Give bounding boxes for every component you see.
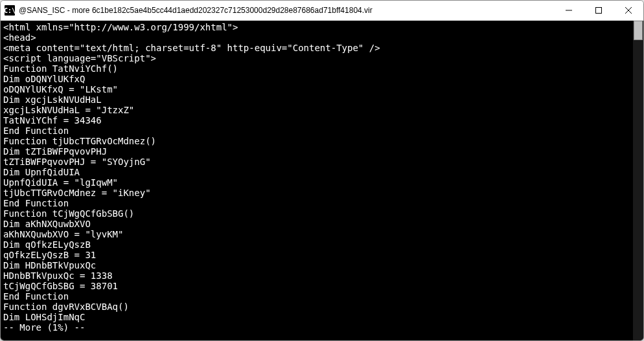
- window-controls: [554, 1, 643, 20]
- terminal-line: Function dgvRVxBCVBAq(): [3, 302, 630, 312]
- window-frame: C:\ @SANS_ISC - more 6c1be182c5ae4b5cc44…: [0, 0, 644, 341]
- terminal-line: aKhNXQuwbXVO = "lyvKM": [3, 229, 630, 239]
- terminal-line: End Function: [3, 198, 630, 208]
- terminal-area: <html xmlns="http://www.w3.org/1999/xhtm…: [1, 21, 643, 340]
- terminal-line: HDnbBTkVpuxQc = 1338: [3, 270, 630, 281]
- terminal-line: Function tjUbcTTGRvOcMdnez(): [3, 136, 630, 146]
- cmd-icon: C:\: [5, 5, 15, 16]
- maximize-button[interactable]: [584, 1, 614, 20]
- terminal-line: <html xmlns="http://www.w3.org/1999/xhtm…: [3, 22, 630, 32]
- terminal-line: Function TatNviYChf(): [3, 63, 630, 74]
- terminal-line: tZTiBWFPqvovPHJ = "SYOyjnG": [3, 157, 630, 167]
- terminal-line: Dim HDnbBTkVpuxQc: [3, 260, 630, 270]
- minimize-button[interactable]: [554, 1, 584, 20]
- terminal-line: Dim LOHSdjImNqC: [3, 312, 630, 322]
- terminal-line: Dim aKhNXQuwbXVO: [3, 219, 630, 229]
- scrollbar-track[interactable]: [633, 21, 643, 340]
- terminal-line: xgcjLskNVUdHaL = "JtzxZ": [3, 105, 630, 115]
- terminal-line: <script language="VBScript">: [3, 53, 630, 63]
- terminal-line: Dim oDQNYlUKfxQ: [3, 74, 630, 84]
- terminal-line: Dim tZTiBWFPqvovPHJ: [3, 146, 630, 157]
- close-button[interactable]: [614, 1, 643, 20]
- terminal-line: oDQNYlUKfxQ = "LKstm": [3, 84, 630, 94]
- svg-rect-1: [596, 8, 602, 14]
- close-icon: [625, 7, 632, 14]
- minimize-icon: [566, 7, 572, 14]
- terminal-line: qOfkzELyQszB = 31: [3, 250, 630, 260]
- titlebar[interactable]: C:\ @SANS_ISC - more 6c1be182c5ae4b5cc44…: [1, 1, 643, 21]
- scrollbar-thumb[interactable]: [634, 21, 643, 40]
- window-title: @SANS_ISC - more 6c1be182c5ae4b5cc44d1ae…: [19, 6, 554, 15]
- terminal-line: Function tCjWgQCfGbSBG(): [3, 208, 630, 219]
- terminal-line: UpnfQidUIA = "lgIqwM": [3, 177, 630, 188]
- terminal-line: <meta content="text/html; charset=utf-8"…: [3, 43, 630, 53]
- terminal-line: tjUbcTTGRvOcMdnez = "iKney": [3, 188, 630, 198]
- terminal-line: <head>: [3, 32, 630, 43]
- terminal-line: Dim qOfkzELyQszB: [3, 239, 630, 250]
- terminal-line: Dim UpnfQidUIA: [3, 167, 630, 177]
- terminal-content[interactable]: <html xmlns="http://www.w3.org/1999/xhtm…: [1, 21, 633, 340]
- terminal-line: End Function: [3, 291, 630, 302]
- terminal-line: Dim xgcjLskNVUdHaL: [3, 94, 630, 105]
- terminal-line: -- More (1%) --: [3, 322, 630, 333]
- terminal-line: End Function: [3, 126, 630, 136]
- terminal-line: tCjWgQCfGbSBG = 38701: [3, 281, 630, 291]
- terminal-line: TatNviYChf = 34346: [3, 115, 630, 126]
- maximize-icon: [595, 7, 602, 14]
